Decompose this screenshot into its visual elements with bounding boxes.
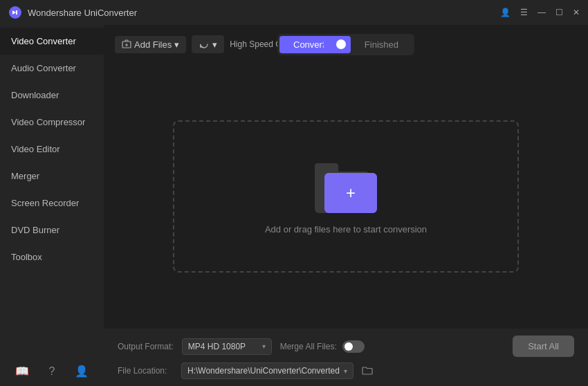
sidebar: Video Converter Audio Converter Download… (0, 25, 104, 386)
speed-toggle-switch[interactable] (323, 37, 348, 51)
add-files-label: Add Files (134, 39, 172, 50)
open-folder-icon (362, 365, 373, 375)
title-bar-controls: 👤 ☰ — ☐ ✕ (500, 8, 580, 17)
sidebar-item-toolbox[interactable]: Toolbox (0, 243, 104, 270)
refresh-button[interactable]: ▾ (192, 35, 224, 53)
refresh-icon (199, 39, 210, 50)
drop-zone-text: Add or drag files here to start conversi… (265, 224, 427, 235)
refresh-chevron: ▾ (212, 39, 217, 50)
sidebar-item-screen-recorder[interactable]: Screen Recorder (0, 190, 104, 217)
file-path-chevron: ▾ (344, 367, 347, 375)
sidebar-item-downloader[interactable]: Downloader (0, 82, 104, 109)
content-area: Add Files ▾ ▾ Converting Finished (104, 25, 588, 386)
sidebar-item-audio-converter[interactable]: Audio Converter (0, 55, 104, 82)
file-location-label: File Location: (118, 366, 173, 376)
title-bar: Wondershare UniConverter 👤 ☰ — ☐ ✕ (0, 0, 588, 25)
start-all-button[interactable]: Start All (513, 336, 574, 357)
open-folder-button[interactable] (362, 365, 373, 377)
merge-toggle-switch[interactable] (342, 340, 365, 353)
output-format-select[interactable]: MP4 HD 1080P ▾ (182, 338, 272, 355)
footer-row-location: File Location: H:\Wondershare\UniConvert… (118, 362, 574, 379)
toolbar: Add Files ▾ ▾ Converting Finished (104, 25, 359, 64)
sidebar-bottom: 📖 ? 👤 (0, 356, 104, 386)
add-files-button[interactable]: Add Files ▾ (115, 36, 186, 53)
output-format-value: MP4 HD 1080P (188, 342, 246, 351)
folder-icon: + (315, 158, 377, 213)
add-files-icon (122, 39, 131, 49)
close-button[interactable]: ✕ (573, 8, 580, 17)
add-files-chevron: ▾ (174, 39, 179, 50)
restore-button[interactable]: ☐ (555, 8, 563, 17)
account-icon[interactable]: 👤 (500, 8, 511, 17)
sidebar-item-video-compressor[interactable]: Video Compressor (0, 109, 104, 136)
drop-zone[interactable]: + Add or drag files here to start conver… (173, 120, 519, 273)
footer-row-format: Output Format: MP4 HD 1080P ▾ Merge All … (118, 336, 574, 357)
main-layout: Video Converter Audio Converter Download… (0, 25, 588, 386)
file-path-value: H:\Wondershare\UniConverter\Converted (187, 366, 340, 376)
book-icon[interactable]: 📖 (15, 365, 29, 378)
menu-icon[interactable]: ☰ (520, 8, 528, 17)
tab-finished[interactable]: Finished (351, 36, 412, 53)
title-bar-left: Wondershare UniConverter (8, 6, 137, 19)
sidebar-item-video-editor[interactable]: Video Editor (0, 136, 104, 163)
output-format-label: Output Format: (118, 342, 174, 351)
help-icon[interactable]: ? (49, 365, 55, 378)
user-icon[interactable]: 👤 (75, 365, 89, 378)
file-path-select[interactable]: H:\Wondershare\UniConverter\Converted ▾ (181, 362, 353, 379)
app-name: Wondershare UniConverter (28, 8, 137, 18)
minimize-button[interactable]: — (538, 8, 546, 17)
app-logo-icon (8, 6, 22, 19)
sidebar-item-merger[interactable]: Merger (0, 163, 104, 190)
sidebar-item-video-converter[interactable]: Video Converter (0, 28, 104, 55)
folder-front: + (324, 173, 377, 213)
footer: Output Format: MP4 HD 1080P ▾ Merge All … (104, 329, 588, 386)
output-format-chevron: ▾ (262, 342, 266, 350)
toolbar-wrapper: Add Files ▾ ▾ Converting Finished (104, 25, 588, 64)
merge-label: Merge All Files: (280, 340, 365, 353)
plus-icon: + (346, 185, 356, 201)
sidebar-item-dvd-burner[interactable]: DVD Burner (0, 217, 104, 243)
drop-zone-container: + Add or drag files here to start conver… (104, 64, 588, 329)
